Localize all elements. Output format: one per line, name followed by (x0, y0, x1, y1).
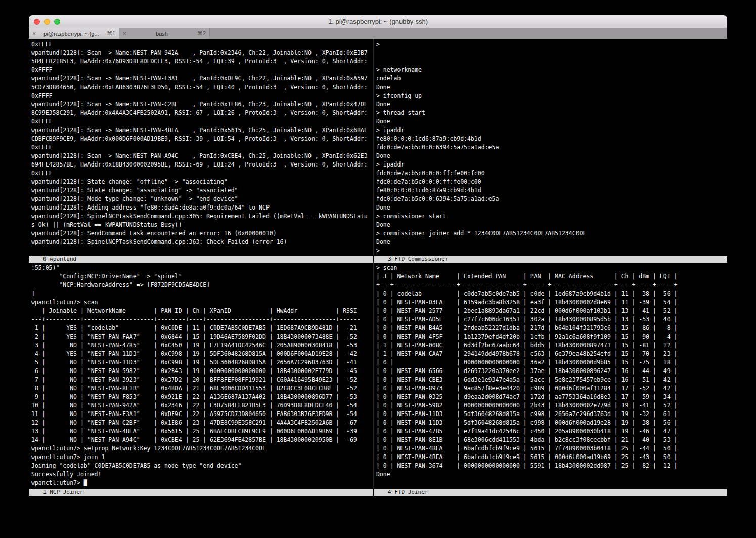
pane-status-row-top: 0 wpantund 3 FTD Commissioner (29, 256, 727, 263)
zoom-window-button[interactable] (54, 19, 60, 25)
tab-bar-filler (210, 28, 727, 39)
terminal-area: 0xFFFF wpantund[2128]: Scan -> Name:NEST… (29, 39, 727, 524)
tab-label: bash (128, 31, 195, 37)
tab-bash[interactable]: × bash ⌘2 (119, 28, 210, 39)
window-titlebar[interactable]: 1. pi@raspberrypi: ~ (gnubby-ssh) (29, 15, 727, 28)
pane-title-ftd-joiner: 4 FTD Joiner (374, 489, 727, 496)
pane-status-row-bottom: 1 NCP Joiner 4 FTD Joiner (29, 489, 727, 496)
tab-label: pi@raspberrypi: ~ (g... (38, 31, 105, 37)
pane-ftd-joiner-text: > scan | J | Network Name | Extended PAN… (374, 263, 727, 479)
tab-bar: × pi@raspberrypi: ~ (g... ⌘1 × bash ⌘2 (29, 28, 727, 39)
traffic-lights (34, 19, 60, 25)
tab-shortcut: ⌘1 (107, 30, 115, 37)
pane-ftd-commissioner[interactable]: > > networkname codelab Done > ifconfig … (374, 39, 727, 256)
tab-close-icon[interactable]: × (32, 31, 36, 37)
pane-ncp-joiner-text: :55:05)" "Config:NCP:DriverName" => "spi… (29, 263, 373, 487)
pane-wpantund-text: 0xFFFF wpantund[2128]: Scan -> Name:NEST… (29, 39, 373, 246)
tab-close-icon[interactable]: × (123, 31, 126, 37)
pane-ncp-joiner[interactable]: :55:05)" "Config:NCP:DriverName" => "spi… (29, 263, 373, 489)
close-window-button[interactable] (34, 19, 40, 25)
pane-wpantund[interactable]: 0xFFFF wpantund[2128]: Scan -> Name:NEST… (29, 39, 373, 256)
pane-title-ncp-joiner: 1 NCP Joiner (29, 489, 373, 496)
pane-ftd-joiner[interactable]: > scan | J | Network Name | Extended PAN… (374, 263, 727, 489)
pane-title-ftd-commissioner: 3 FTD Commissioner (374, 256, 727, 263)
terminal-window: 1. pi@raspberrypi: ~ (gnubby-ssh) × pi@r… (29, 15, 727, 524)
tab-ssh-session[interactable]: × pi@raspberrypi: ~ (g... ⌘1 (29, 28, 119, 39)
tab-shortcut: ⌘2 (197, 30, 206, 37)
pane-ftd-commissioner-text: > > networkname codelab Done > ifconfig … (374, 39, 727, 255)
window-title: 1. pi@raspberrypi: ~ (gnubby-ssh) (29, 18, 727, 25)
minimize-window-button[interactable] (44, 19, 50, 25)
pane-title-wpantund: 0 wpantund (29, 256, 373, 263)
